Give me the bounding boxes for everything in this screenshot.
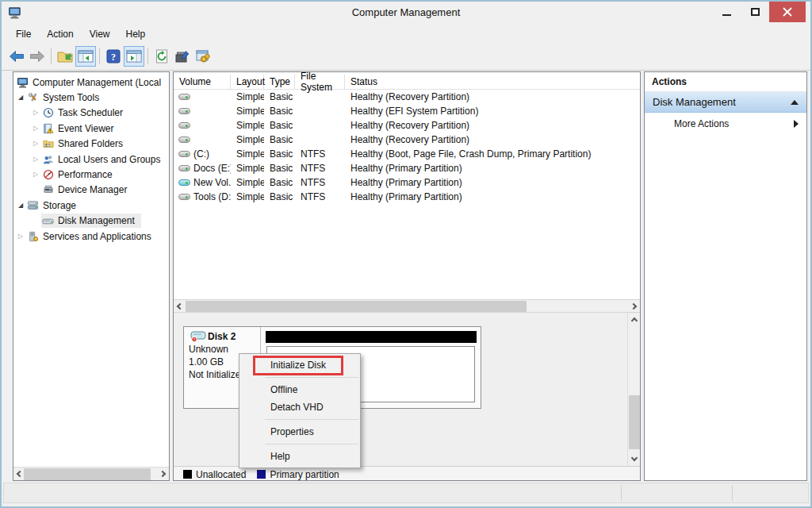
tree-item-local-users-groups[interactable]: ▷ Local Users and Groups	[13, 152, 169, 167]
volume-icon	[178, 137, 190, 143]
volume-icon	[178, 151, 190, 157]
menu-item-offline[interactable]: Offline	[239, 381, 360, 398]
table-row[interactable]: (C:) Simple Basic NTFS Healthy (Boot, Pa…	[174, 147, 640, 161]
window-title: Computer Management	[2, 2, 810, 24]
statusbar-divider	[732, 485, 733, 501]
scroll-down-arrow[interactable]	[628, 452, 641, 464]
rescan-disks-button[interactable]	[193, 46, 213, 67]
console-tree-pane: Computer Management (Local ◢ System Tool…	[13, 71, 170, 481]
collapsed-icon[interactable]: ▷	[30, 125, 41, 132]
column-type[interactable]: Type	[264, 75, 295, 89]
legend-label: Primary partition	[270, 469, 339, 480]
volume-icon	[178, 179, 190, 186]
menu-item-detach-vhd[interactable]: Detach VHD	[239, 398, 360, 416]
tree-item-services-applications[interactable]: ▷ Services and Applications	[13, 229, 169, 244]
show-action-pane-icon	[126, 50, 142, 63]
disk-name: Disk 2	[208, 330, 236, 343]
volume-icon	[178, 108, 190, 114]
tree-horizontal-scrollbar[interactable]	[13, 467, 169, 480]
disk-icon	[189, 330, 206, 343]
maximize-icon	[751, 8, 760, 16]
tree-item-event-viewer[interactable]: ▷ Event Viewer	[13, 121, 169, 136]
column-volume[interactable]: Volume	[174, 75, 231, 89]
collapsed-icon[interactable]: ▷	[30, 140, 41, 147]
tree-item-device-manager[interactable]: Device Manager	[13, 183, 169, 198]
back-button[interactable]	[6, 46, 27, 67]
column-layout[interactable]: Layout	[231, 75, 264, 89]
collapsed-icon[interactable]: ▷	[30, 171, 41, 178]
tree-label: Event Viewer	[58, 123, 113, 134]
properties-button[interactable]	[172, 46, 193, 67]
table-row[interactable]: Docs (E:) Simple Basic NTFS Healthy (Pri…	[174, 161, 640, 175]
menu-view[interactable]: View	[82, 26, 118, 44]
column-status[interactable]: Status	[345, 75, 640, 89]
tree-item-disk-management[interactable]: Disk Management	[13, 214, 169, 229]
disk-view-vertical-scrollbar[interactable]	[627, 313, 640, 466]
maximize-button[interactable]	[741, 2, 769, 22]
show-console-tree-button[interactable]	[75, 46, 96, 67]
menu-item-help[interactable]: Help	[239, 448, 360, 465]
collapse-section-icon[interactable]	[791, 100, 799, 105]
collapsed-icon[interactable]: ▷	[30, 110, 41, 116]
computer-management-window: Computer Management File Action View Hel…	[0, 0, 812, 508]
actions-section-disk-management[interactable]: Disk Management	[645, 92, 806, 113]
table-row[interactable]: Simple Basic Healthy (Recovery Partition…	[174, 133, 640, 147]
scroll-right-arrow[interactable]	[627, 300, 640, 313]
scrollbar-thumb[interactable]	[24, 468, 151, 480]
menu-file[interactable]: File	[8, 26, 39, 44]
collapsed-icon[interactable]: ▷	[30, 156, 41, 163]
menu-help[interactable]: Help	[118, 26, 154, 44]
close-icon	[783, 7, 792, 17]
tree-item-system-tools[interactable]: ◢ System Tools	[13, 90, 169, 105]
export-list-button[interactable]	[55, 46, 75, 67]
svg-text:?: ?	[111, 52, 116, 63]
unallocated-space-bar[interactable]	[266, 331, 477, 343]
forward-icon	[29, 50, 45, 63]
refresh-button[interactable]	[151, 46, 172, 67]
table-row[interactable]: Simple Basic Healthy (EFI System Partiti…	[174, 104, 640, 118]
column-file-system[interactable]: File System	[295, 75, 345, 89]
scrollbar-thumb[interactable]	[186, 301, 527, 312]
scroll-left-arrow[interactable]	[174, 300, 186, 313]
menu-item-properties[interactable]: Properties	[239, 423, 360, 441]
table-row[interactable]: Tools (D:) Simple Basic NTFS Healthy (Pr…	[174, 190, 640, 204]
tree-label: Task Scheduler	[58, 107, 123, 118]
more-actions-item[interactable]: More Actions	[645, 113, 806, 134]
legend-label: Unallocated	[196, 469, 246, 480]
tree-item-computer-management[interactable]: Computer Management (Local	[13, 75, 169, 90]
tree-item-task-scheduler[interactable]: ▷ Task Scheduler	[13, 106, 169, 121]
tree-label: Computer Management (Local	[33, 77, 161, 88]
help-button[interactable]: ?	[103, 46, 124, 67]
expanded-icon[interactable]: ◢	[15, 94, 26, 101]
scroll-up-arrow[interactable]	[628, 314, 641, 327]
tree-item-shared-folders[interactable]: ▷ Shared Folders	[13, 137, 169, 152]
tree-item-storage[interactable]: ◢ Storage	[13, 198, 169, 213]
scroll-right-arrow[interactable]	[156, 468, 169, 480]
volume-icon	[178, 94, 190, 100]
shared-folders-icon	[41, 137, 55, 150]
forward-button[interactable]	[27, 46, 48, 67]
close-button[interactable]	[769, 2, 806, 22]
console-tree: Computer Management (Local ◢ System Tool…	[13, 72, 169, 244]
menu-action[interactable]: Action	[39, 26, 81, 44]
table-row[interactable]: Simple Basic Healthy (Recovery Partition…	[174, 90, 640, 104]
submenu-arrow-icon	[794, 120, 799, 128]
table-row[interactable]: Simple Basic Healthy (Recovery Partition…	[174, 118, 640, 133]
collapsed-icon[interactable]: ▷	[15, 233, 26, 240]
volume-list-horizontal-scrollbar[interactable]	[174, 299, 640, 313]
tree-label: Disk Management	[58, 215, 135, 226]
tree-label: Device Manager	[58, 184, 127, 195]
tree-item-performance[interactable]: ▷ Performance	[13, 167, 169, 182]
system-tools-icon	[26, 91, 40, 104]
show-console-tree-icon	[78, 50, 94, 63]
minimize-icon	[722, 14, 731, 16]
scrollbar-thumb[interactable]	[629, 395, 640, 449]
expanded-icon[interactable]: ◢	[15, 202, 26, 209]
toolbar: ?	[6, 45, 213, 67]
disk-management-icon	[41, 214, 55, 227]
tree-label: Local Users and Groups	[58, 154, 160, 165]
table-row[interactable]: New Vol... Simple Basic NTFS Healthy (Pr…	[174, 175, 640, 190]
show-action-pane-button[interactable]	[124, 46, 144, 67]
tree-label: Shared Folders	[58, 138, 123, 149]
minimize-button[interactable]	[712, 2, 741, 22]
